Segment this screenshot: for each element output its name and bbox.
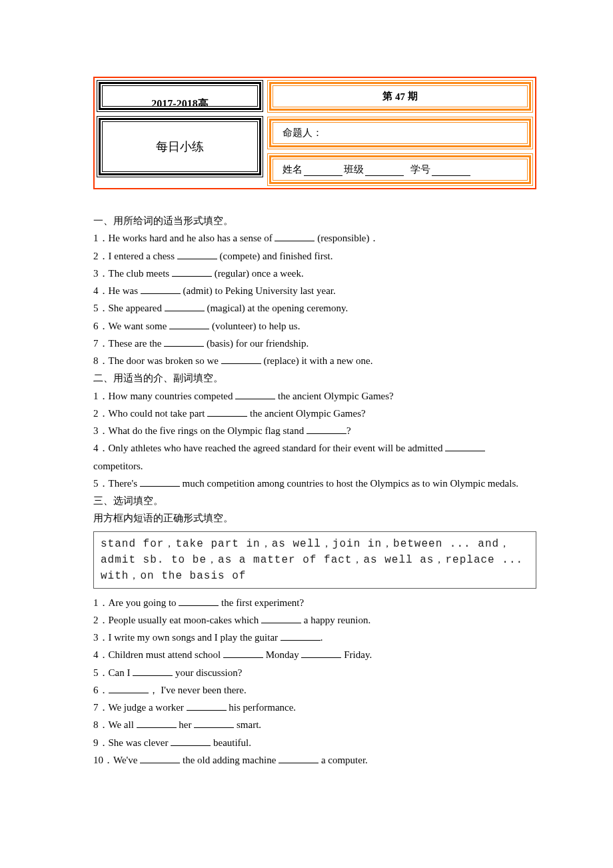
s3-blank-9[interactable] [171, 737, 211, 746]
s2-blank-1[interactable] [235, 391, 275, 399]
page: 2017-2018高 每日小练 第 47 期 命题人： 姓名 [0, 0, 613, 809]
s1-q8: 8．The door was broken so we (replace) it… [93, 352, 536, 369]
s1-q2: 2．I entered a chess (compete) and finish… [93, 247, 536, 265]
s3-q4: 4．Children must attend school Monday Fri… [93, 646, 536, 663]
s1-q5: 5．She appeared (magical) at the opening … [93, 299, 536, 317]
author-cell: 命题人： [267, 117, 533, 149]
s1-q6: 6．We want some (volunteer) to help us. [93, 317, 536, 335]
s3-blank-6[interactable] [109, 685, 149, 693]
section-3-title: 三、选词填空。 [93, 492, 536, 509]
s3-q9: 9．She was clever beautiful. [93, 734, 536, 751]
phrase-box: stand for，take part in，as well，join in，b… [93, 531, 536, 589]
s1-blank-8[interactable] [221, 355, 261, 364]
header-year-cell: 2017-2018高 [97, 80, 263, 112]
s3-q6: 6．， I've never been there. [93, 681, 536, 699]
s1-q4: 4．He was (admit) to Peking University la… [93, 282, 536, 299]
section-2-title: 二、用适当的介、副词填空。 [93, 369, 536, 387]
s2-blank-4[interactable] [445, 443, 485, 451]
s3-q2: 2．People usually eat moon-cakes which a … [93, 611, 536, 629]
section-3-sub: 用方框内短语的正确形式填空。 [93, 509, 536, 527]
s2-blank-5[interactable] [140, 478, 180, 487]
header-right-column: 第 47 期 命题人： 姓名 班级 学号 [267, 80, 533, 186]
section-1-title: 一、用所给词的适当形式填空。 [93, 212, 536, 229]
s2-blank-3[interactable] [306, 425, 346, 434]
s3-q5: 5．Can I your discussion? [93, 664, 536, 681]
s1-blank-4[interactable] [141, 285, 181, 294]
header-title-text: 每日小练 [102, 121, 258, 172]
s2-q3: 3．What do the five rings on the Olympic … [93, 422, 536, 439]
header-title-cell: 每日小练 [97, 116, 263, 177]
student-info-cell: 姓名 班级 学号 [267, 153, 533, 186]
header-frame: 2017-2018高 每日小练 第 47 期 命题人： 姓名 [93, 77, 536, 189]
s3-q3: 3．I write my own songs and I play the gu… [93, 629, 536, 646]
s3-blank-2[interactable] [261, 615, 301, 623]
s3-blank-8a[interactable] [137, 719, 177, 728]
s3-q8: 8．We all her smart. [93, 716, 536, 733]
s1-blank-6[interactable] [169, 321, 209, 329]
header-left-column: 2017-2018高 每日小练 [97, 80, 263, 186]
s3-blank-3[interactable] [281, 632, 320, 641]
s3-blank-10b[interactable] [279, 755, 318, 763]
sid-label: 学号 [410, 163, 430, 176]
s3-blank-8b[interactable] [194, 719, 234, 728]
header-year-text: 2017-2018高 [151, 94, 208, 107]
s1-blank-2[interactable] [177, 251, 217, 259]
class-input[interactable] [365, 166, 404, 176]
issue-prefix: 第 [382, 90, 392, 103]
s3-blank-4b[interactable] [301, 649, 341, 658]
s1-blank-1[interactable] [275, 233, 314, 241]
s3-q10: 10．We've the old adding machine a comput… [93, 751, 536, 769]
issue-cell: 第 47 期 [267, 80, 533, 113]
name-label: 姓名 [283, 163, 303, 176]
s3-q1: 1．Are you going to the first experiment? [93, 594, 536, 611]
s3-q7: 7．We judge a worker his performance. [93, 699, 536, 716]
s1-blank-5[interactable] [165, 303, 205, 311]
s3-blank-1[interactable] [179, 597, 219, 606]
s3-blank-5[interactable] [133, 667, 173, 676]
s2-q1: 1．How many countries competed the ancien… [93, 387, 536, 405]
author-label: 命题人： [283, 127, 322, 139]
s2-q2: 2．Who could not take part the ancient Ol… [93, 405, 536, 422]
s1-blank-3[interactable] [172, 268, 212, 277]
s1-q1: 1．He works hard and he also has a sense … [93, 229, 536, 247]
s3-blank-7[interactable] [187, 702, 227, 711]
name-input[interactable] [304, 166, 342, 176]
content-body: 一、用所给词的适当形式填空。 1．He works hard and he al… [93, 212, 536, 769]
s2-q5: 5．There's much competition among countri… [93, 475, 536, 492]
issue-number: 47 [395, 91, 405, 103]
s2-q4: 4．Only athletes who have reached the agr… [93, 439, 536, 475]
s3-blank-4a[interactable] [223, 649, 263, 658]
class-label: 班级 [344, 163, 364, 176]
s1-q3: 3．The club meets (regular) once a week. [93, 265, 536, 282]
s3-blank-10a[interactable] [140, 755, 180, 763]
s1-blank-7[interactable] [164, 338, 204, 347]
sid-input[interactable] [432, 166, 470, 176]
issue-suffix: 期 [408, 90, 418, 103]
s2-blank-2[interactable] [207, 408, 247, 417]
s1-q7: 7．These are the (basis) for our friendsh… [93, 335, 536, 352]
